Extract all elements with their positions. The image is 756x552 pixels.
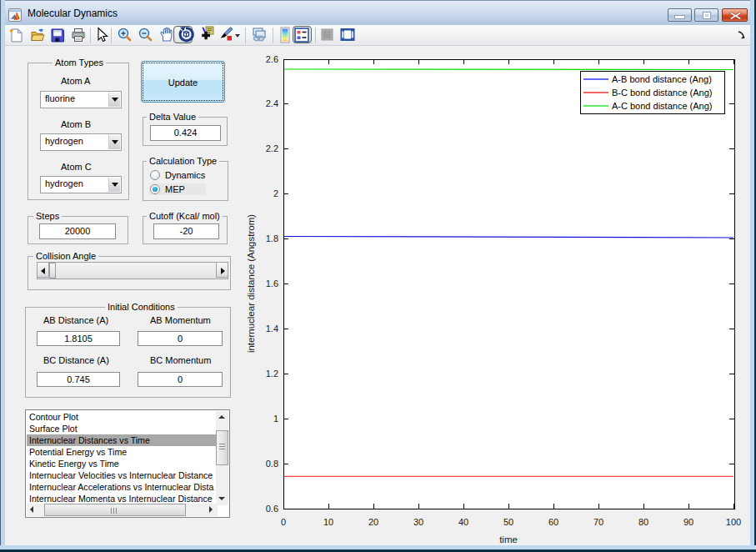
svg-text:100: 100 <box>726 517 741 527</box>
svg-text:70: 70 <box>593 517 603 527</box>
svg-text:60: 60 <box>548 517 558 527</box>
svg-text:1.2: 1.2 <box>266 369 278 379</box>
svg-text:A-B bond distance (Ang): A-B bond distance (Ang) <box>612 74 712 84</box>
svg-text:1: 1 <box>273 414 278 424</box>
svg-text:2.2: 2.2 <box>266 143 278 153</box>
svg-text:1.4: 1.4 <box>266 324 278 334</box>
svg-text:1.8: 1.8 <box>266 233 278 243</box>
svg-text:30: 30 <box>413 517 423 527</box>
svg-text:2.4: 2.4 <box>266 98 278 108</box>
svg-text:20: 20 <box>368 517 378 527</box>
svg-text:2: 2 <box>273 188 278 198</box>
svg-text:internuclear distance (Angstro: internuclear distance (Angstrom) <box>246 214 256 353</box>
svg-text:A-C bond distance (Ang): A-C bond distance (Ang) <box>612 101 712 111</box>
svg-text:90: 90 <box>683 517 693 527</box>
svg-text:10: 10 <box>323 517 333 527</box>
svg-text:2.6: 2.6 <box>266 54 278 64</box>
svg-text:40: 40 <box>458 517 468 527</box>
svg-text:80: 80 <box>638 517 648 527</box>
svg-text:1.6: 1.6 <box>266 279 278 289</box>
svg-text:50: 50 <box>503 517 513 527</box>
svg-text:time: time <box>499 534 518 544</box>
svg-text:0.6: 0.6 <box>266 504 278 514</box>
svg-text:B-C bond distance (Ang): B-C bond distance (Ang) <box>612 88 712 98</box>
svg-text:0.8: 0.8 <box>266 459 278 469</box>
svg-text:0: 0 <box>281 517 286 527</box>
